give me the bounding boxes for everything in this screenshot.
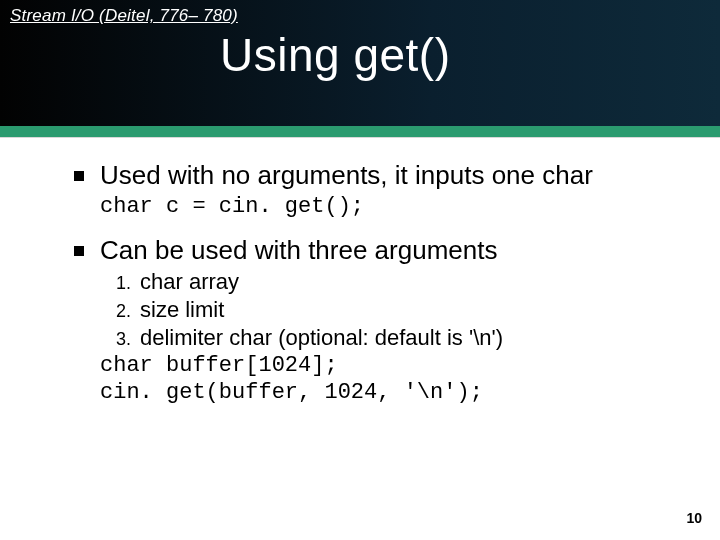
- accent-bar: [0, 126, 720, 138]
- code-snippet-1: char c = cin. get();: [100, 193, 680, 221]
- code-line: cin. get(buffer, 1024, '\n');: [100, 380, 483, 405]
- breadcrumb: Stream I/O (Deitel, 776– 780): [10, 6, 710, 26]
- bullet-2: Can be used with three arguments: [74, 235, 680, 266]
- list-item: size limit: [136, 296, 680, 324]
- bullet-1: Used with no arguments, it inputs one ch…: [74, 160, 680, 191]
- slide-header: Stream I/O (Deitel, 776– 780) Using get(…: [0, 0, 720, 126]
- code-line: char buffer[1024];: [100, 353, 338, 378]
- code-snippet-2: char buffer[1024]; cin. get(buffer, 1024…: [100, 352, 680, 407]
- page-title: Using get(): [220, 28, 710, 82]
- list-item: char array: [136, 268, 680, 296]
- list-item: delimiter char (optional: default is '\n…: [136, 324, 680, 352]
- page-number: 10: [686, 510, 702, 526]
- slide-body: Used with no arguments, it inputs one ch…: [74, 160, 680, 407]
- argument-list: char array size limit delimiter char (op…: [136, 268, 680, 352]
- slide: Stream I/O (Deitel, 776– 780) Using get(…: [0, 0, 720, 540]
